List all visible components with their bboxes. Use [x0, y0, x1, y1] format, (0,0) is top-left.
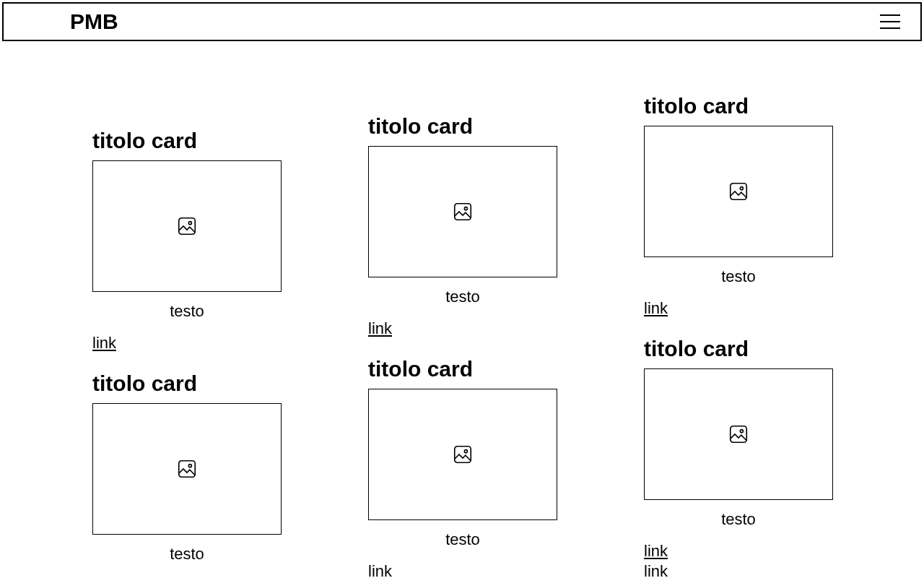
- svg-rect-2: [179, 461, 196, 478]
- image-placeholder: [92, 160, 282, 292]
- card-text: testo: [368, 530, 557, 549]
- logo[interactable]: PMB: [70, 9, 118, 34]
- image-icon: [728, 181, 749, 202]
- image-placeholder: [368, 389, 557, 520]
- image-placeholder: [644, 368, 833, 500]
- svg-rect-8: [731, 184, 747, 200]
- card-text: testo: [644, 510, 833, 529]
- svg-point-7: [464, 450, 467, 453]
- card-link[interactable]: link: [368, 562, 557, 578]
- svg-rect-0: [179, 218, 196, 235]
- content: titolo card testo link titolo card testo…: [0, 43, 924, 578]
- card-link[interactable]: link: [368, 319, 557, 338]
- card-title: titolo card: [92, 129, 282, 153]
- svg-rect-10: [731, 426, 747, 443]
- card-text: testo: [92, 302, 282, 321]
- svg-point-5: [464, 207, 467, 210]
- card-title: titolo card: [644, 94, 833, 118]
- card-link[interactable]: link: [644, 542, 833, 561]
- card-title: titolo card: [644, 337, 833, 361]
- card-1-0: titolo card testo link: [368, 114, 557, 338]
- image-placeholder: [92, 403, 282, 535]
- card-2-1: titolo card testo link link link: [644, 337, 833, 578]
- image-icon: [176, 458, 198, 480]
- svg-rect-6: [455, 447, 471, 463]
- card-title: titolo card: [368, 357, 557, 381]
- card-text: testo: [368, 288, 557, 306]
- column-0: titolo card testo link titolo card testo…: [92, 129, 282, 578]
- svg-point-11: [740, 430, 743, 433]
- card-title: titolo card: [368, 114, 557, 139]
- header: PMB: [2, 2, 922, 41]
- column-1: titolo card testo link titolo card testo…: [368, 114, 557, 578]
- card-link[interactable]: link: [92, 334, 282, 353]
- hamburger-menu-icon[interactable]: [880, 14, 900, 29]
- image-icon: [176, 215, 198, 237]
- card-text: testo: [644, 267, 833, 286]
- svg-point-3: [188, 465, 191, 467]
- svg-point-1: [188, 222, 191, 225]
- card-title: titolo card: [92, 371, 282, 396]
- card-2-0: titolo card testo link: [644, 94, 833, 318]
- card-0-1: titolo card testo link: [92, 371, 282, 578]
- svg-point-9: [740, 187, 743, 190]
- image-placeholder: [368, 146, 557, 277]
- image-icon: [452, 201, 474, 223]
- image-placeholder: [644, 126, 833, 257]
- card-1-1: titolo card testo link: [368, 357, 557, 578]
- card-text: testo: [92, 545, 282, 564]
- image-icon: [728, 423, 749, 445]
- svg-rect-4: [455, 204, 471, 220]
- image-icon: [452, 444, 474, 465]
- column-2: titolo card testo link titolo card testo…: [644, 94, 833, 578]
- card-link[interactable]: link: [644, 299, 833, 318]
- card-link[interactable]: link: [644, 562, 833, 578]
- card-0-0: titolo card testo link: [92, 129, 282, 353]
